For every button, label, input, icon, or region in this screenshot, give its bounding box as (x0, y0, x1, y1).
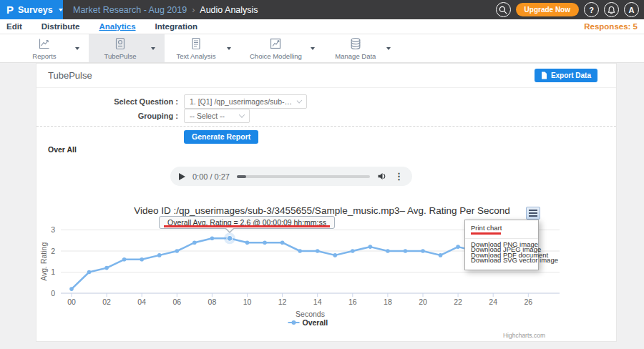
question-select[interactable]: 1. [Q1] /qp_userimages/sub-3/3455655/S..… (184, 94, 307, 109)
data-point[interactable] (439, 253, 443, 257)
notifications-button[interactable] (604, 2, 619, 17)
tubepulse-audio-analysis-screen: P Surveys Market Research - Aug 2019 › A… (0, 0, 644, 349)
chevron-down-icon (297, 98, 303, 104)
x-axis-label: 26 (524, 298, 532, 306)
avatar-initial: A (629, 6, 635, 14)
nav-item-integration[interactable]: Integration (155, 22, 197, 31)
chevron-down-icon[interactable] (151, 47, 155, 50)
grouping-label: Grouping : (36, 109, 178, 123)
menu-item-download-svg[interactable]: Download SVG vector image (465, 257, 538, 263)
text-analysis-icon (189, 36, 203, 51)
data-point[interactable] (140, 257, 144, 262)
x-axis-label: 08 (208, 298, 217, 306)
data-point[interactable] (263, 240, 267, 245)
data-point[interactable] (104, 266, 109, 270)
grouping-select-value: -- Select -- (190, 112, 229, 120)
chevron-down-icon (239, 112, 245, 117)
toolbar-item-choice-modelling[interactable]: Choice Modelling (240, 34, 324, 62)
data-point[interactable] (122, 257, 127, 262)
volume-icon[interactable] (377, 172, 387, 181)
data-point[interactable] (351, 249, 355, 253)
top-bar: P Surveys Market Research - Aug 2019 › A… (0, 0, 644, 19)
data-point[interactable] (157, 253, 162, 257)
y-axis-label: 3 (51, 225, 55, 234)
data-point[interactable] (298, 249, 302, 253)
toolbar-item-tubepulse[interactable]: TubePulse (89, 34, 165, 62)
menu-separator (465, 238, 538, 239)
toolbar-label: Manage Data (335, 52, 376, 60)
audio-player[interactable]: 0:00 / 0:27 ⋮ (170, 167, 412, 186)
bell-icon (608, 6, 615, 14)
data-point[interactable] (175, 249, 180, 253)
data-point[interactable] (87, 270, 92, 275)
toolbar-item-text-analysis[interactable]: Text Analysis (165, 34, 240, 62)
x-axis-title: Seconds (296, 310, 325, 318)
export-data-button[interactable]: Export Data (535, 69, 597, 82)
data-point[interactable] (333, 253, 337, 257)
toolbar-label: Text Analysis (177, 52, 216, 60)
play-icon[interactable] (179, 173, 185, 180)
chevron-down-icon[interactable] (75, 47, 79, 50)
generate-report-button[interactable]: Generate Report (184, 130, 258, 144)
help-button[interactable]: ? (584, 2, 599, 17)
x-axis-label: 22 (454, 298, 462, 306)
tooltip-red-annotation (164, 225, 330, 227)
breadcrumb-current-page: Audio Analysis (200, 5, 258, 15)
data-point[interactable] (456, 245, 460, 249)
menu-item-print-chart[interactable]: Print chart (465, 223, 538, 232)
data-point[interactable] (369, 245, 373, 249)
x-axis-label: 24 (489, 298, 497, 306)
choice-modelling-icon (268, 36, 283, 51)
account-avatar[interactable]: A (624, 2, 639, 17)
data-point[interactable] (280, 240, 285, 245)
chevron-down-icon (59, 9, 63, 11)
data-point[interactable] (245, 240, 250, 245)
y-axis-label: 0 (51, 289, 55, 298)
kebab-menu-icon[interactable]: ⋮ (394, 172, 404, 181)
surveys-product-menu[interactable]: P Surveys (0, 0, 63, 19)
x-axis-label: 12 (278, 298, 287, 306)
legend-label[interactable]: Overall (303, 318, 328, 327)
tubepulse-icon (113, 36, 127, 51)
audio-seek-bar[interactable] (237, 175, 370, 178)
data-point[interactable] (227, 235, 233, 241)
panel-title: TubePulse (48, 70, 92, 81)
data-point[interactable] (316, 249, 320, 253)
chart-tooltip: Overall Avg. Rating = 2.6 @ 00:00:09 hh:… (159, 216, 335, 229)
product-name: Surveys (18, 5, 53, 15)
toolbar-item-manage-data[interactable]: Manage Data (324, 34, 400, 62)
upgrade-now-button[interactable]: Upgrade Now (516, 3, 579, 16)
topbar-actions: Upgrade Now ? A (496, 2, 644, 17)
x-axis-label: 16 (348, 298, 357, 306)
search-button[interactable] (496, 2, 511, 17)
x-axis-label: 18 (384, 298, 392, 306)
survey-nav: Edit Distribute Analytics Integration Re… (0, 19, 644, 34)
question-mark-icon: ? (589, 6, 594, 14)
legend-marker-dot (292, 320, 296, 325)
toolbar-item-reports[interactable]: Reports (13, 34, 89, 62)
toolbar-label: Reports (32, 52, 56, 60)
responses-count[interactable]: Responses: 5 (584, 22, 638, 31)
data-point[interactable] (421, 249, 425, 253)
data-point[interactable] (69, 287, 74, 291)
panel-header: TubePulse Export Data (36, 64, 616, 88)
grouping-select[interactable]: -- Select -- (184, 109, 250, 123)
chart-credits[interactable]: Highcharts.com (503, 332, 545, 339)
data-point[interactable] (404, 249, 408, 253)
chevron-down-icon[interactable] (311, 47, 315, 50)
breadcrumb-survey-link[interactable]: Market Research - Aug 2019 (73, 5, 187, 15)
report-chart-icon (37, 36, 52, 51)
series-line (72, 238, 476, 289)
chevron-down-icon[interactable] (386, 47, 391, 50)
data-point[interactable] (386, 249, 390, 253)
nav-item-distribute[interactable]: Distribute (42, 22, 80, 31)
nav-item-analytics[interactable]: Analytics (99, 22, 135, 31)
audio-seek-thumb[interactable] (237, 175, 246, 178)
nav-item-edit[interactable]: Edit (6, 22, 22, 31)
form-separator (36, 126, 616, 127)
data-point[interactable] (192, 240, 197, 245)
data-point[interactable] (210, 237, 215, 241)
chevron-down-icon[interactable] (227, 47, 231, 50)
x-axis-label: 10 (243, 298, 252, 306)
chart-context-menu-button[interactable] (526, 207, 540, 220)
